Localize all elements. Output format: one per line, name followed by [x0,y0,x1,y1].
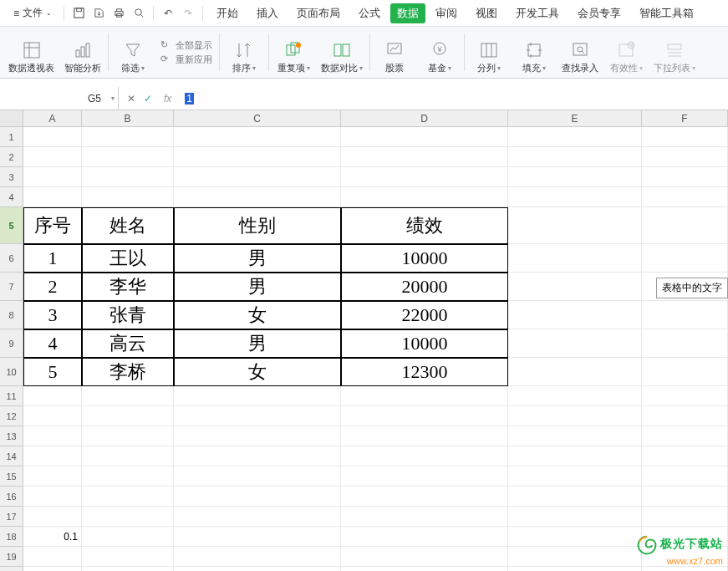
formula-input[interactable]: 1 [180,91,728,106]
cell[interactable] [82,527,174,547]
save-icon[interactable] [69,4,88,23]
cell[interactable] [82,167,174,187]
tab-start[interactable]: 开始 [208,2,247,25]
redo-icon[interactable]: ↷ [179,4,197,23]
col-header-D[interactable]: D [341,110,508,126]
cell[interactable]: 0.1 [23,527,82,547]
cell[interactable] [82,507,174,527]
cell[interactable] [642,466,728,487]
cell[interactable] [82,386,174,406]
cell[interactable] [508,329,642,358]
row-header[interactable]: 7 [0,273,23,301]
cell[interactable]: 10000 [341,329,508,358]
tab-formula[interactable]: 公式 [350,2,389,25]
row-header[interactable]: 1 [0,127,23,147]
cell[interactable]: 姓名 [82,207,174,244]
cell[interactable] [82,406,174,426]
row-header[interactable]: 5 [0,207,23,244]
row-header[interactable]: 17 [0,507,23,527]
cell[interactable]: 性别 [174,207,341,244]
fx-icon[interactable]: fx [164,93,171,105]
cell[interactable] [341,426,508,446]
cell[interactable] [23,127,82,147]
cell[interactable] [341,147,508,167]
cell[interactable] [508,567,642,571]
name-box[interactable]: G5 ▾ [0,87,119,110]
cell[interactable] [341,386,508,406]
row-header[interactable]: 8 [0,301,23,329]
select-all-corner[interactable] [0,110,23,126]
cell[interactable] [642,244,728,273]
cell[interactable] [174,167,341,187]
cell[interactable] [82,487,174,507]
cell[interactable] [341,487,508,507]
cell[interactable] [23,406,82,426]
cell[interactable]: 序号 [23,207,82,244]
cell[interactable]: 女 [174,301,341,329]
col-header-F[interactable]: F [642,110,728,126]
cell[interactable] [508,446,642,466]
cell[interactable] [23,147,82,167]
col-header-A[interactable]: A [23,110,82,126]
cell[interactable] [174,187,341,207]
cell[interactable] [508,127,642,147]
cell[interactable] [174,567,341,571]
col-header-B[interactable]: B [82,110,174,126]
cell[interactable]: 张青 [82,301,174,329]
row-header[interactable]: 14 [0,446,23,466]
cell[interactable]: 2 [23,273,82,301]
print-icon[interactable] [109,4,128,23]
cell[interactable] [642,406,728,426]
cell[interactable] [508,426,642,446]
export-icon[interactable] [89,4,108,23]
cell[interactable] [341,567,508,571]
row-header[interactable]: 9 [0,329,23,358]
cell[interactable] [174,527,341,547]
cell[interactable] [174,446,341,466]
cell[interactable] [174,147,341,167]
preview-icon[interactable] [130,4,148,23]
cell[interactable] [341,406,508,426]
tab-dev[interactable]: 开发工具 [507,2,568,25]
row-header[interactable]: 20 [0,567,23,571]
row-header[interactable]: 10 [0,358,23,386]
cell[interactable] [341,547,508,567]
cell[interactable] [174,127,341,147]
cell[interactable] [508,301,642,329]
cell[interactable] [341,167,508,187]
cell[interactable]: 李桥 [82,358,174,386]
cell[interactable] [82,547,174,567]
cell[interactable] [174,487,341,507]
cell[interactable] [642,187,728,207]
cell[interactable] [341,446,508,466]
tab-layout[interactable]: 页面布局 [288,2,349,25]
cell[interactable]: 22000 [341,301,508,329]
cell[interactable] [82,466,174,487]
cell[interactable]: 王以 [82,244,174,273]
stock-button[interactable]: 股票 [372,27,417,78]
row-header[interactable]: 3 [0,167,23,187]
find-enter-button[interactable]: 查找录入 [557,27,603,78]
cell[interactable] [174,507,341,527]
cell[interactable] [23,187,82,207]
smart-analyze-button[interactable]: 智能分析 [59,27,106,78]
cell[interactable] [642,358,728,386]
cell[interactable]: 20000 [341,273,508,301]
pivot-button[interactable]: 数据透视表 [3,27,59,78]
cell[interactable] [23,446,82,466]
cell[interactable] [508,466,642,487]
row-header[interactable]: 2 [0,147,23,167]
tab-review[interactable]: 审阅 [427,2,466,25]
cell[interactable] [508,273,642,301]
cell[interactable] [642,386,728,406]
file-menu[interactable]: ≡ 文件 ⌄ [7,3,59,23]
row-header[interactable]: 16 [0,487,23,507]
tab-member[interactable]: 会员专享 [569,2,629,25]
cell[interactable] [508,167,642,187]
cell[interactable] [174,547,341,567]
cell[interactable] [642,446,728,466]
cell[interactable] [642,127,728,147]
validity-button[interactable]: 有效性▾ [603,27,649,78]
duplicates-button[interactable]: 重复项▾ [271,27,316,78]
cell[interactable] [82,147,174,167]
